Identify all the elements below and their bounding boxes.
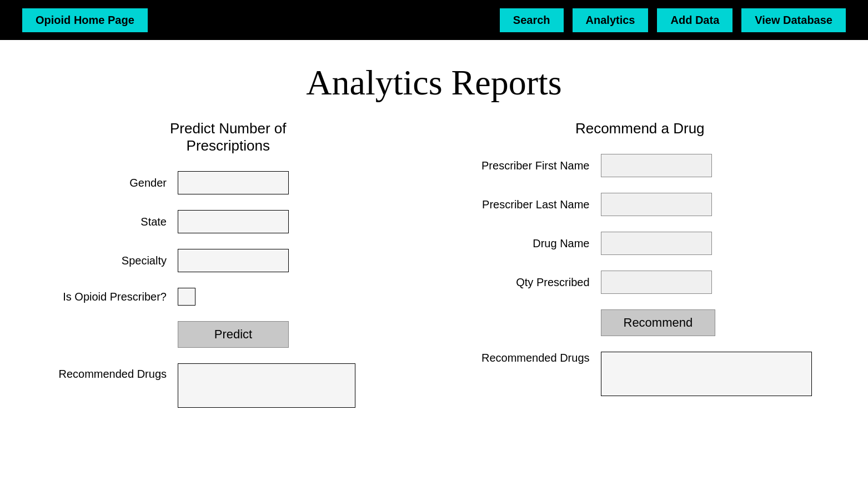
qty-prescribed-row: Qty Prescribed	[468, 271, 813, 294]
recommend-button[interactable]: Recommend	[601, 309, 716, 336]
drug-name-row: Drug Name	[468, 232, 813, 255]
opioid-prescriber-row: Is Opioid Prescriber?	[56, 288, 401, 306]
state-input[interactable]	[178, 210, 289, 233]
right-panel-title: Recommend a Drug	[468, 120, 813, 137]
left-panel-title: Predict Number of Prescriptions	[56, 120, 401, 154]
navbar: Opioid Home Page Search Analytics Add Da…	[0, 0, 868, 40]
page-title-container: Analytics Reports	[0, 62, 868, 103]
right-recommended-label: Recommended Drugs	[468, 352, 590, 364]
drug-name-label: Drug Name	[468, 237, 590, 250]
prescriber-first-name-input[interactable]	[601, 154, 712, 177]
recommend-button-row: Recommend	[601, 309, 813, 336]
prescriber-last-name-row: Prescriber Last Name	[468, 193, 813, 216]
left-recommended-row: Recommended Drugs	[56, 363, 401, 408]
prescriber-last-name-input[interactable]	[601, 193, 712, 216]
specialty-label: Specialty	[56, 254, 167, 267]
left-recommended-textarea[interactable]	[178, 363, 355, 408]
page-title: Analytics Reports	[0, 62, 868, 103]
main-content: Predict Number of Prescriptions Gender S…	[0, 120, 868, 408]
right-panel: Recommend a Drug Prescriber First Name P…	[445, 120, 835, 408]
drug-name-input[interactable]	[601, 232, 712, 255]
home-button[interactable]: Opioid Home Page	[22, 8, 148, 32]
opioid-prescriber-label: Is Opioid Prescriber?	[56, 291, 167, 303]
prescriber-first-name-label: Prescriber First Name	[468, 159, 590, 172]
add-data-button[interactable]: Add Data	[657, 8, 732, 32]
nav-left: Opioid Home Page	[22, 8, 491, 32]
right-recommended-textarea[interactable]	[601, 352, 812, 396]
prescriber-first-name-row: Prescriber First Name	[468, 154, 813, 177]
left-panel: Predict Number of Prescriptions Gender S…	[33, 120, 423, 408]
view-database-button[interactable]: View Database	[741, 8, 846, 32]
specialty-row: Specialty	[56, 249, 401, 272]
opioid-prescriber-checkbox[interactable]	[178, 288, 195, 306]
gender-label: Gender	[56, 177, 167, 189]
predict-button[interactable]: Predict	[178, 321, 289, 348]
qty-prescribed-input[interactable]	[601, 271, 712, 294]
gender-input[interactable]	[178, 171, 289, 194]
right-recommended-row: Recommended Drugs	[468, 352, 813, 396]
qty-prescribed-label: Qty Prescribed	[468, 276, 590, 289]
prescriber-last-name-label: Prescriber Last Name	[468, 198, 590, 211]
gender-row: Gender	[56, 171, 401, 194]
search-button[interactable]: Search	[500, 8, 564, 32]
state-label: State	[56, 216, 167, 228]
nav-right: Search Analytics Add Data View Database	[500, 8, 846, 32]
analytics-button[interactable]: Analytics	[573, 8, 649, 32]
state-row: State	[56, 210, 401, 233]
predict-button-row: Predict	[178, 321, 401, 348]
specialty-input[interactable]	[178, 249, 289, 272]
left-recommended-label: Recommended Drugs	[56, 363, 167, 381]
